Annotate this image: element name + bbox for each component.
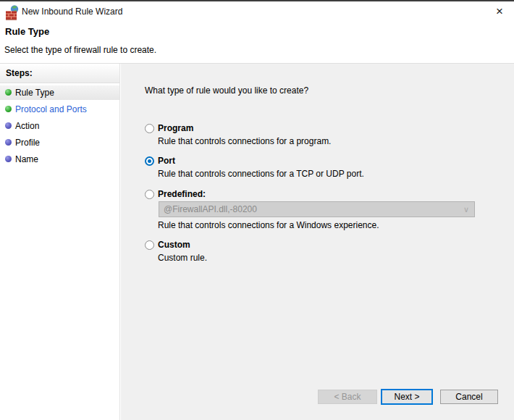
sidebar-item-rule-type[interactable]: Rule Type [0, 85, 119, 100]
steps-heading: Steps: [0, 64, 119, 83]
firewall-icon [5, 4, 20, 20]
radio-custom-label[interactable]: Custom [158, 240, 190, 250]
radio-port[interactable] [145, 156, 154, 166]
cancel-button[interactable]: Cancel [440, 390, 498, 404]
step-bullet-icon [5, 122, 12, 129]
wizard-window: New Inbound Rule Wizard × Rule Type Sele… [0, 0, 514, 420]
radio-port-label[interactable]: Port [158, 156, 175, 166]
chevron-down-icon: ∨ [463, 202, 469, 217]
radio-predefined-description: Rule that controls connections for a Win… [158, 220, 379, 230]
step-label: Name [15, 154, 38, 164]
sidebar-item-protocol-and-ports[interactable]: Protocol and Ports [0, 102, 119, 117]
question-text: What type of rule would you like to crea… [145, 85, 308, 96]
predefined-rule-dropdown-value: @FirewallAPI.dll,-80200 [164, 204, 257, 214]
sidebar-item-name: Name [0, 152, 119, 167]
back-button: < Back [318, 390, 377, 404]
step-label: Profile [15, 138, 40, 148]
radio-program-label[interactable]: Program [158, 123, 193, 133]
step-label: Action [15, 121, 39, 131]
radio-custom-description: Custom rule. [158, 253, 207, 263]
page-subtitle: Select the type of firewall rule to crea… [4, 45, 156, 55]
sidebar-item-profile: Profile [0, 135, 119, 150]
step-label: Protocol and Ports [15, 104, 87, 114]
step-label: Rule Type [15, 88, 54, 98]
radio-predefined[interactable] [145, 190, 154, 199]
next-button[interactable]: Next > [381, 389, 433, 405]
steps-sidebar: Steps: Rule Type Protocol and Ports Acti… [0, 64, 120, 420]
page-title: Rule Type [5, 26, 49, 37]
radio-program-description: Rule that controls connections for a pro… [158, 136, 331, 146]
title-bar: New Inbound Rule Wizard × [0, 1, 514, 23]
radio-program[interactable] [145, 124, 154, 133]
step-bullet-icon [5, 139, 12, 146]
radio-custom[interactable] [145, 240, 154, 250]
step-bullet-icon [5, 89, 12, 96]
step-bullet-icon [5, 156, 12, 162]
sidebar-item-action: Action [0, 119, 119, 133]
radio-predefined-label[interactable]: Predefined: [158, 189, 206, 199]
wizard-content: What type of rule would you like to crea… [121, 64, 514, 420]
close-icon[interactable]: × [491, 4, 508, 20]
step-bullet-icon [5, 106, 12, 112]
predefined-rule-dropdown: @FirewallAPI.dll,-80200 ∨ [159, 201, 475, 217]
window-title: New Inbound Rule Wizard [22, 7, 122, 17]
radio-port-description: Rule that controls connections for a TCP… [158, 169, 364, 179]
